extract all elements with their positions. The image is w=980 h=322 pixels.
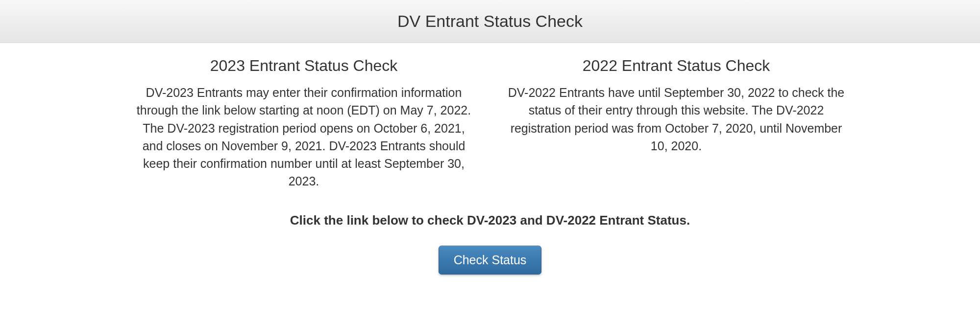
instruction-text: Click the link below to check DV-2023 an… <box>0 213 980 228</box>
page-title: DV Entrant Status Check <box>0 12 980 31</box>
button-row: Check Status <box>0 246 980 294</box>
body-2023: DV-2023 Entrants may enter their confirm… <box>132 84 475 190</box>
column-2022: 2022 Entrant Status Check DV-2022 Entran… <box>505 57 848 190</box>
columns-container: 2023 Entrant Status Check DV-2023 Entran… <box>0 43 980 195</box>
check-status-button[interactable]: Check Status <box>439 246 542 275</box>
column-2023: 2023 Entrant Status Check DV-2023 Entran… <box>132 57 475 190</box>
heading-2023: 2023 Entrant Status Check <box>132 57 475 75</box>
header-bar: DV Entrant Status Check <box>0 0 980 43</box>
heading-2022: 2022 Entrant Status Check <box>505 57 848 75</box>
body-2022: DV-2022 Entrants have until September 30… <box>505 84 848 155</box>
